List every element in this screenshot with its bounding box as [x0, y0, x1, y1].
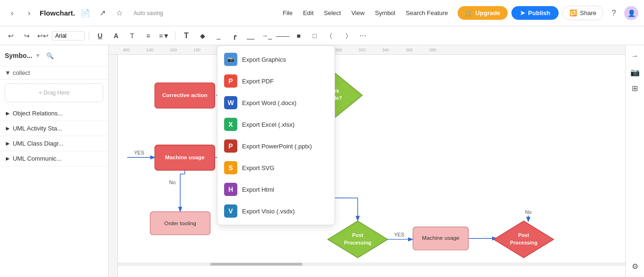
rt-image-icon[interactable]: 📷 [628, 65, 642, 79]
sidebar-section-uml-class[interactable]: ► UML Class Diagr... [0, 136, 108, 151]
ruler-vertical [109, 55, 118, 277]
corner-button[interactable]: ┏ [227, 29, 242, 42]
sidebar-section-object-relations[interactable]: ► Object Relations... [0, 106, 108, 121]
svg-text:Machine usage: Machine usage [422, 235, 459, 241]
export-graphics-label: Export Graphics [242, 56, 286, 63]
upgrade-button[interactable]: 🛒 Upgrade [458, 6, 508, 20]
export-visio-label: Export Visio (.vsdx) [242, 208, 295, 215]
rt-grid-icon[interactable]: ⊞ [628, 81, 642, 95]
export-ppt-label: Export PowerPoint (.pptx) [242, 143, 312, 150]
bookmark-icon[interactable]: 📄 [79, 7, 92, 20]
topbar-right: 🛒 Upgrade ➤ Publish 🔁 Share ? 👤 [458, 6, 638, 20]
drag-here-area[interactable]: + Drag Here [5, 83, 103, 102]
help-icon[interactable]: ? [607, 7, 620, 20]
upgrade-label: Upgrade [476, 9, 501, 16]
section-expand-icon: ► [5, 110, 11, 117]
right-toolbar: → 📷 ⊞ ⚙ [625, 45, 644, 277]
share-button[interactable]: 🔁 Share [562, 6, 603, 20]
export-visio-icon: V [224, 204, 237, 218]
back-button[interactable]: ‹ [6, 7, 19, 20]
fill-button[interactable]: ◆ [195, 29, 209, 42]
line-style-button[interactable]: ⎯⎯ [243, 29, 258, 42]
publish-send-icon: ➤ [520, 9, 525, 16]
export-graphics-item[interactable]: 📷 Export Graphics [217, 49, 335, 70]
svg-text:No: No [525, 209, 532, 215]
export-graphics-icon: 📷 [224, 53, 237, 66]
export-excel-item[interactable]: X Export Excel (.xlsx) [217, 114, 335, 135]
export-svg-item[interactable]: S Export SVG [217, 157, 335, 179]
section-label: UML Class Diagr... [13, 140, 64, 147]
canvas-area[interactable]: 📷 Export Graphics P Export PDF W Export … [109, 45, 625, 277]
export-visio-item[interactable]: V Export Visio (.vsdx) [217, 200, 335, 222]
text-style-button[interactable]: T [125, 29, 139, 42]
collect-chevron-icon: ▼ [5, 69, 11, 76]
auto-save-status: Auto saving [134, 10, 163, 16]
menu-bar: File Edit Select View Symbol Search Feat… [278, 7, 452, 19]
export-menu: 📷 Export Graphics P Export PDF W Export … [217, 45, 335, 225]
export-excel-label: Export Excel (.xlsx) [242, 121, 294, 128]
align-dropdown-button[interactable]: ≡▼ [157, 29, 171, 42]
shadow2-button[interactable]: □ [308, 29, 322, 42]
sidebar-section-uml-activity[interactable]: ► UML Activity Sta... [0, 121, 108, 136]
export-ppt-icon: P [224, 139, 237, 153]
svg-text:Corrective action: Corrective action [162, 92, 208, 98]
export-word-item[interactable]: W Export Word (.docx) [217, 92, 335, 114]
menu-search-feature[interactable]: Search Feature [401, 7, 453, 19]
align-button[interactable]: ≡ [141, 29, 155, 42]
more-button[interactable]: ⋯ [356, 29, 370, 42]
reset-button[interactable]: ↩↩ [36, 29, 50, 42]
menu-view[interactable]: View [347, 7, 369, 19]
svg-rect-44 [210, 263, 302, 266]
underline-button[interactable]: U [93, 29, 107, 42]
export-html-icon: H [224, 183, 237, 196]
export-svg-label: Export SVG [242, 164, 275, 171]
svg-rect-43 [118, 262, 625, 266]
section-expand-icon: ► [5, 125, 11, 132]
forward-button[interactable]: › [23, 7, 36, 20]
star-icon[interactable]: ☆ [113, 7, 126, 20]
redo-button[interactable]: ↪ [20, 29, 34, 42]
toolbar-separator-2 [175, 31, 176, 41]
section-label: UML Communic... [13, 155, 62, 162]
export-icon[interactable]: ↗ [96, 7, 109, 20]
align-right-button[interactable]: 〉 [340, 29, 354, 42]
ruler-horizontal: 480 140 160 180 200 220 240 260 280 300 … [109, 45, 625, 55]
shadow-button[interactable]: ■ [292, 29, 306, 42]
undo-button[interactable]: ↩ [4, 29, 18, 42]
sidebar-collect[interactable]: ▼ collect [0, 66, 108, 80]
sidebar: Symbo... ▼ 🔍 ▼ collect + Drag Here ► Obj… [0, 45, 109, 277]
topbar: ‹ › Flowchart. 📄 ↗ ☆ Auto saving File Ed… [0, 0, 644, 26]
sidebar-search-button[interactable]: 🔍 [43, 49, 57, 62]
menu-select[interactable]: Select [319, 7, 346, 19]
rt-arrow-icon[interactable]: → [628, 49, 642, 63]
sidebar-section-uml-communic[interactable]: ► UML Communic... [0, 151, 108, 166]
export-pdf-item[interactable]: P Export PDF [217, 70, 335, 92]
main-area: Symbo... ▼ 🔍 ▼ collect + Drag Here ► Obj… [0, 45, 644, 277]
export-ppt-item[interactable]: P Export PowerPoint (.pptx) [217, 135, 335, 157]
font-color-button[interactable]: A [109, 29, 123, 42]
font-selector[interactable] [52, 31, 85, 41]
menu-file[interactable]: File [278, 7, 297, 19]
app-title: Flowchart. [40, 9, 75, 17]
menu-symbol[interactable]: Symbol [370, 7, 400, 19]
svg-text:Processing: Processing [510, 240, 537, 245]
svg-text:YES: YES [134, 150, 144, 155]
svg-text:Machine usage: Machine usage [165, 154, 205, 160]
export-word-icon: W [224, 96, 237, 109]
avatar[interactable]: 👤 [624, 6, 638, 20]
export-word-label: Export Word (.docx) [242, 99, 296, 106]
rt-settings-icon[interactable]: ⚙ [628, 259, 642, 273]
flowchart-canvas[interactable]: Corrective action YES Rework Possible? N… [118, 55, 625, 268]
line-color-button[interactable]: ⎯ [211, 29, 226, 42]
publish-label: Publish [528, 9, 550, 16]
share-icon: 🔁 [569, 9, 577, 16]
share-label: Share [580, 9, 596, 16]
text-button[interactable]: T [179, 29, 193, 42]
align-left-button[interactable]: 〈 [324, 29, 338, 42]
export-html-item[interactable]: H Export Html [217, 179, 335, 200]
svg-text:Order tooling: Order tooling [164, 220, 196, 226]
menu-edit[interactable]: Edit [298, 7, 318, 19]
dash-style-button[interactable]: ―― [276, 29, 290, 42]
publish-button[interactable]: ➤ Publish [511, 6, 559, 20]
arrow-style-button[interactable]: →⎯ [259, 29, 274, 42]
